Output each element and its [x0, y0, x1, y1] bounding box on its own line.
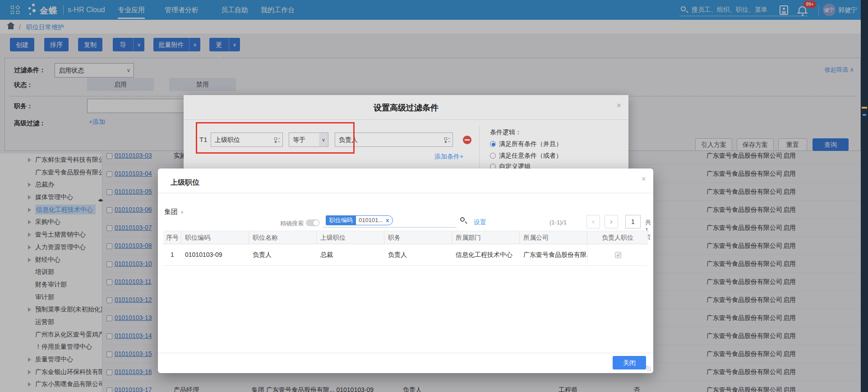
precise-search-label: 精确搜索: [280, 219, 304, 228]
company-cell: 广东壹号食品股份有限...: [520, 244, 587, 265]
dialog-divider: [158, 193, 653, 193]
leader-checkbox-checked[interactable]: ✓: [615, 252, 621, 258]
next-page-button[interactable]: ›: [605, 215, 618, 228]
column-header[interactable]: 上级职位: [317, 231, 384, 244]
search-filter-tag: 职位编码 010101... x: [326, 215, 393, 225]
name-cell: 负责人: [249, 244, 317, 265]
dialog-footer-divider: [158, 353, 653, 353]
column-header[interactable]: 职位编码: [181, 231, 249, 244]
org-scope-value: 集团: [164, 208, 178, 215]
lookup-table-header: 序号职位编码职位名称上级职位职务所属部门所属公司负责人职位: [163, 231, 648, 244]
column-header[interactable]: 负责人职位: [587, 231, 648, 244]
page-number-input[interactable]: 1: [625, 215, 641, 228]
annotation-highlight-box: [196, 122, 355, 154]
lookup-table-row[interactable]: 1 01010103-09 负责人 总裁 负责人 信息化工程技术中心 广东壹号食…: [163, 244, 648, 266]
column-header[interactable]: 所属公司: [520, 231, 587, 244]
duty-cell: 负责人: [384, 244, 452, 265]
close-icon[interactable]: ×: [641, 175, 646, 183]
tag-remove-icon[interactable]: x: [386, 216, 392, 225]
dept-cell: 信息化工程技术中心: [452, 244, 520, 265]
org-scope-select[interactable]: 集团∨: [164, 208, 184, 216]
resize-handle[interactable]: [646, 366, 651, 371]
search-icon[interactable]: [460, 217, 465, 222]
parent-position-dialog: 上级职位 × 集团∨ 精确搜索 职位编码 010101... x 设置 (1-1…: [158, 169, 653, 373]
seq-cell: 1: [163, 244, 181, 265]
browser-scrollbar-strip[interactable]: [861, 0, 868, 392]
tag-value: 010101...: [356, 216, 386, 225]
scrollbar-marker-orange: [862, 107, 867, 109]
column-header[interactable]: 序号: [163, 231, 181, 244]
prev-page-button[interactable]: ‹: [586, 215, 600, 228]
tag-field-name: 职位编码: [326, 216, 356, 225]
close-dialog-button[interactable]: 关闭: [613, 356, 646, 369]
settings-link[interactable]: 设置: [474, 219, 486, 227]
parent-cell: 总裁: [317, 244, 384, 265]
chevron-down-icon: ∨: [180, 210, 184, 214]
column-header[interactable]: 所属部门: [452, 231, 520, 244]
precise-search-toggle[interactable]: [306, 219, 319, 226]
column-header[interactable]: 职务: [384, 231, 452, 244]
lookup-table: 序号职位编码职位名称上级职位职务所属部门所属公司负责人职位 1 01010103…: [163, 231, 648, 266]
column-header[interactable]: 职位名称: [249, 231, 317, 244]
pagination-range: (1-1)/1: [549, 219, 567, 226]
code-cell: 01010103-09: [181, 244, 249, 265]
application-window: 金蝶 s-HR Cloud 专业应用 管理者分析 员工自助 我的工作台 搜员工、…: [0, 0, 868, 392]
dialog-title: 上级职位: [171, 178, 199, 187]
scrollbar-marker-blue: [863, 114, 866, 116]
leader-cell: ✓: [587, 244, 648, 265]
